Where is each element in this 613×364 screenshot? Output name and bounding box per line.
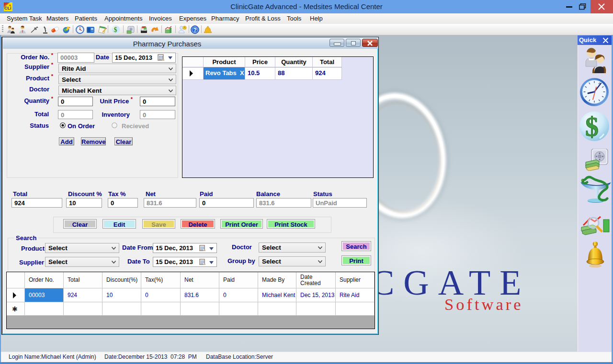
svg-text:$: $ [585,112,599,142]
svg-text:?: ? [193,27,197,33]
svg-text:Software: Software [444,295,523,313]
svg-text:$: $ [114,26,117,33]
